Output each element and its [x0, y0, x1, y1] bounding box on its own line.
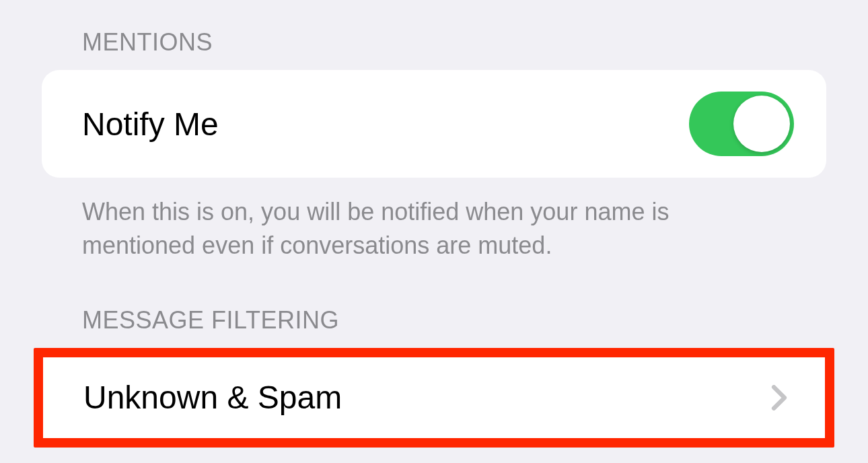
message-filtering-group: Unknown & Spam [43, 357, 825, 438]
notify-me-row: Notify Me [42, 70, 826, 178]
mentions-footer-text: When this is on, you will be notified wh… [0, 178, 781, 263]
mentions-section-header: MENTIONS [0, 0, 868, 70]
notify-me-label: Notify Me [82, 106, 219, 143]
notify-me-toggle[interactable] [689, 92, 794, 156]
message-filtering-section-header: MESSAGE FILTERING [0, 263, 868, 348]
unknown-spam-row[interactable]: Unknown & Spam [43, 357, 825, 438]
highlight-box: Unknown & Spam [34, 348, 834, 448]
chevron-right-icon [771, 385, 787, 411]
settings-container: MENTIONS Notify Me When this is on, you … [0, 0, 868, 448]
mentions-group: Notify Me [42, 70, 826, 178]
unknown-spam-label: Unknown & Spam [83, 379, 342, 416]
toggle-knob [733, 96, 790, 152]
